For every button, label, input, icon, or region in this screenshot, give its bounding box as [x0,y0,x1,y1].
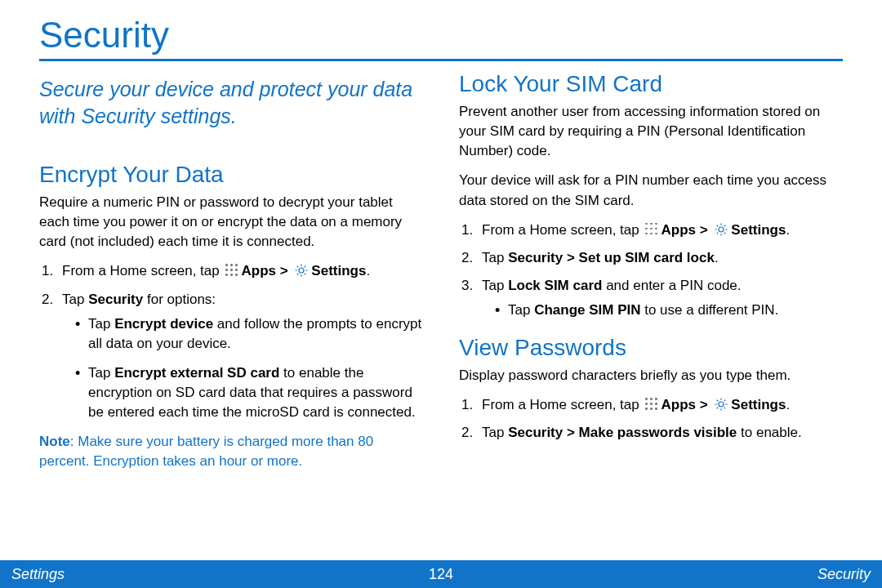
step-suffix: to enable. [737,425,801,440]
apps-icon [225,264,238,277]
svg-point-0 [299,268,304,273]
step-bold: Security > Set up SIM card lock [508,250,715,265]
lead-text: Secure your device and protect your data… [39,76,423,129]
bullet-prefix: Tap [508,302,534,318]
settings-icon [294,263,309,278]
sim-p2: Your device will ask for a PIN number ea… [459,171,843,210]
step-text: From a Home screen, tap [62,263,223,278]
heading-encrypt: Encrypt Your Data [39,162,423,188]
view-p1: Display password characters briefly as y… [459,366,843,385]
apps-icon [645,223,658,236]
step-bold: Security > Make passwords visible [508,425,737,440]
step-text: From a Home screen, tap [482,397,643,412]
footer-left: Settings [11,566,65,583]
heading-sim: Lock Your SIM Card [459,71,843,97]
bullet-bold: Encrypt external SD card [114,365,279,381]
encrypt-option-device: Tap Encrypt device and follow the prompt… [75,314,423,354]
title-rule [39,59,843,61]
step-prefix: Tap [482,425,508,440]
sim-steps: From a Home screen, tap Apps > Settings.… [459,220,843,321]
apps-label: Apps [241,263,276,278]
footer-page-number: 124 [429,566,453,583]
step-prefix: Tap [482,250,508,265]
encrypt-steps: From a Home screen, tap Apps > Settings.… [39,261,423,422]
view-step-1: From a Home screen, tap Apps > Settings. [477,395,843,415]
svg-point-2 [719,402,724,407]
sim-substep-change: Tap Change SIM PIN to use a different PI… [495,301,843,320]
gt-sep: > [276,263,292,278]
settings-icon [714,222,728,237]
sim-step-3: Tap Lock SIM card and enter a PIN code. … [477,276,843,320]
settings-label: Settings [731,397,786,412]
apps-label: Apps [661,397,696,412]
step-suffix: and enter a PIN code. [602,278,741,293]
bullet-bold: Encrypt device [114,316,213,332]
page-title: Security [39,15,843,56]
footer-right: Security [817,566,871,583]
period: . [715,250,719,265]
gt-sep: > [696,397,711,412]
settings-label: Settings [311,263,366,278]
bullet-prefix: Tap [88,316,114,332]
period: . [786,222,790,238]
encrypt-step-1: From a Home screen, tap Apps > Settings. [57,261,423,281]
step-prefix: Tap [482,278,508,293]
settings-label: Settings [731,222,786,238]
step-text: From a Home screen, tap [482,222,643,238]
view-step-2: Tap Security > Make passwords visible to… [477,423,843,443]
view-steps: From a Home screen, tap Apps > Settings.… [459,395,843,443]
note-text: : Make sure your battery is charged more… [39,434,373,469]
sim-step-1: From a Home screen, tap Apps > Settings. [477,220,843,240]
step-bold: Security [88,292,143,307]
encrypt-option-sdcard: Tap Encrypt external SD card to enable t… [75,363,423,422]
settings-icon [714,397,728,412]
encrypt-intro: Require a numeric PIN or password to dec… [39,193,423,252]
left-column: Secure your device and protect your data… [39,71,423,486]
period: . [786,397,790,412]
heading-view-passwords: View Passwords [459,335,843,361]
footer-bar: Settings 124 Security [0,560,882,588]
sim-substeps: Tap Change SIM PIN to use a different PI… [482,301,843,320]
bullet-prefix: Tap [88,365,114,381]
note-label: Note [39,434,70,449]
apps-label: Apps [661,222,696,238]
bullet-suffix: to use a different PIN. [641,302,779,318]
sim-step-2: Tap Security > Set up SIM card lock. [477,248,843,268]
svg-point-1 [719,227,724,232]
step-suffix: for options: [143,292,216,307]
right-column: Lock Your SIM Card Prevent another user … [459,71,843,486]
apps-icon [645,398,658,411]
encrypt-note: Note: Make sure your battery is charged … [39,432,423,471]
bullet-bold: Change SIM PIN [534,302,640,318]
step-text: Tap [62,292,88,307]
period: . [366,263,370,278]
gt-sep: > [696,222,711,238]
sim-p1: Prevent another user from accessing info… [459,102,843,161]
encrypt-step-2: Tap Security for options: Tap Encrypt de… [57,290,423,423]
encrypt-options: Tap Encrypt device and follow the prompt… [62,314,423,423]
step-bold: Lock SIM card [508,278,602,293]
